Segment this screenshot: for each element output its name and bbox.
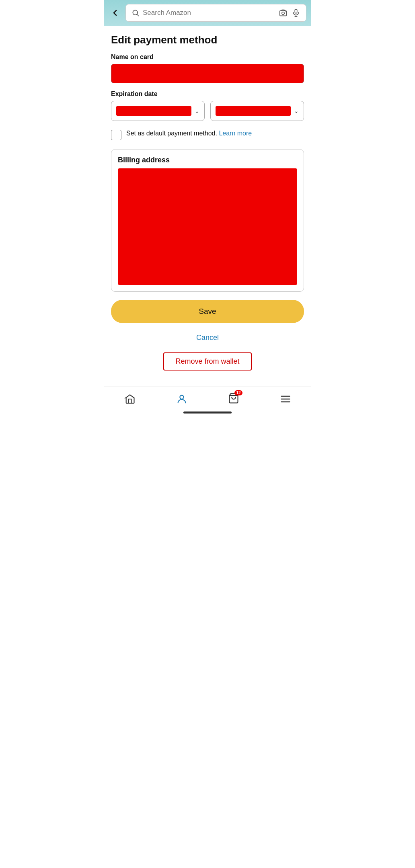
nav-account[interactable]	[176, 393, 187, 405]
expiration-row: ⌄ ⌄	[111, 101, 304, 121]
year-select[interactable]: ⌄	[210, 101, 304, 121]
month-select[interactable]: ⌄	[111, 101, 205, 121]
search-icon	[131, 9, 140, 17]
back-icon	[110, 8, 120, 18]
header	[104, 0, 311, 26]
bottom-nav: 12	[104, 387, 311, 409]
expiration-date-label: Expiration date	[111, 90, 304, 98]
main-content: Edit payment method Name on card Expirat…	[104, 26, 311, 387]
billing-address-block	[118, 168, 297, 285]
nav-menu[interactable]	[280, 393, 291, 405]
nav-home[interactable]	[124, 393, 136, 405]
save-button[interactable]: Save	[111, 300, 304, 323]
camera-icon[interactable]	[279, 8, 288, 17]
svg-rect-4	[295, 9, 297, 13]
svg-point-7	[180, 395, 183, 399]
cancel-button[interactable]: Cancel	[111, 329, 304, 347]
cart-badge: 12	[234, 390, 242, 395]
cart-wrapper: 12	[228, 393, 239, 405]
month-value	[116, 106, 191, 116]
remove-from-wallet-button[interactable]: Remove from wallet	[163, 352, 251, 371]
nav-cart[interactable]: 12	[228, 393, 239, 405]
back-button[interactable]	[109, 6, 121, 19]
billing-address-title: Billing address	[118, 156, 297, 164]
mic-icon[interactable]	[292, 8, 300, 17]
year-value	[216, 106, 291, 116]
search-bar[interactable]	[125, 4, 306, 22]
default-payment-row: Set as default payment method. Learn mor…	[111, 129, 304, 140]
name-on-card-input[interactable]	[111, 64, 304, 83]
home-indicator	[183, 411, 232, 414]
page-title: Edit payment method	[111, 34, 304, 46]
default-payment-checkbox[interactable]	[111, 130, 121, 140]
menu-icon	[280, 393, 291, 405]
account-icon	[176, 393, 187, 405]
month-chevron-icon: ⌄	[195, 108, 199, 114]
default-payment-text: Set as default payment method. Learn mor…	[126, 129, 252, 138]
svg-point-2	[282, 12, 284, 14]
home-icon	[124, 393, 136, 405]
search-extra-icons	[279, 8, 300, 17]
name-on-card-label: Name on card	[111, 53, 304, 61]
billing-card: Billing address	[111, 149, 304, 292]
svg-point-3	[285, 11, 286, 12]
learn-more-link[interactable]: Learn more	[219, 130, 252, 137]
search-input[interactable]	[143, 9, 275, 17]
year-chevron-icon: ⌄	[294, 108, 299, 114]
